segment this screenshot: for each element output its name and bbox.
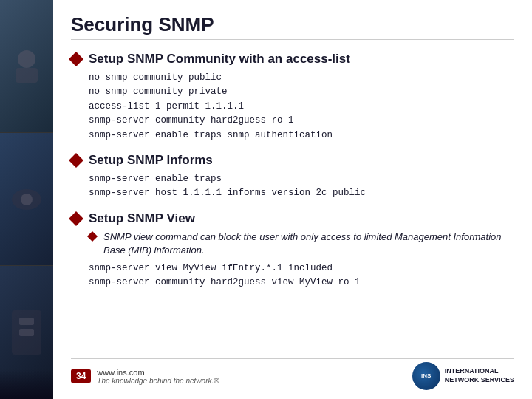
code-line-1: no snmp community public bbox=[89, 71, 514, 85]
section-view-title: Setup SNMP View bbox=[89, 211, 195, 226]
logo-text-block: INTERNATIONAL NETWORK SERVICES bbox=[445, 367, 514, 384]
section-informs-header: Setup SNMP Informs bbox=[71, 153, 514, 168]
svg-rect-6 bbox=[19, 329, 34, 336]
sub-bullet-diamond-1 bbox=[87, 231, 98, 242]
bullet-diamond-3 bbox=[69, 211, 83, 226]
view-code-line-2: snmp-server community hard2guess view My… bbox=[89, 276, 514, 290]
informs-code-line-2: snmp-server host 1.1.1.1 informs version… bbox=[89, 186, 514, 200]
section-view-code: snmp-server view MyView ifEntry.*.1 incl… bbox=[71, 262, 514, 290]
main-content: Securing SNMP Setup SNMP Community with … bbox=[53, 0, 532, 399]
section-community-code: no snmp community public no snmp communi… bbox=[71, 71, 514, 143]
bullet-diamond-2 bbox=[69, 153, 83, 168]
footer-info: www.ins.com The knowledge behind the net… bbox=[97, 368, 219, 385]
logo-text: INS bbox=[421, 373, 431, 380]
svg-point-0 bbox=[18, 50, 35, 68]
section-community-header: Setup SNMP Community with an access-list bbox=[71, 52, 514, 66]
section-community: Setup SNMP Community with an access-list… bbox=[71, 52, 514, 143]
footer-url: www.ins.com bbox=[97, 368, 219, 377]
logo-line-1: INTERNATIONAL bbox=[445, 367, 514, 376]
page-title: Securing SNMP bbox=[71, 13, 514, 40]
svg-rect-1 bbox=[16, 68, 38, 83]
bullet-diamond-1 bbox=[69, 52, 83, 66]
sidebar-overlay bbox=[0, 369, 53, 399]
sidebar bbox=[0, 0, 53, 399]
sub-bullet-section: SNMP view command can block the user wit… bbox=[71, 231, 514, 257]
informs-code-line-1: snmp-server enable traps bbox=[89, 172, 514, 186]
logo-line-2: NETWORK SERVICES bbox=[445, 376, 514, 385]
view-code-line-1: snmp-server view MyView ifEntry.*.1 incl… bbox=[89, 262, 514, 276]
logo-circle: INS bbox=[412, 362, 440, 390]
footer: 34 www.ins.com The knowledge behind the … bbox=[71, 358, 514, 390]
code-line-2: no snmp community private bbox=[89, 85, 514, 99]
code-line-5: snmp-server enable traps snmp authentica… bbox=[89, 129, 514, 143]
sub-bullet-text-1: SNMP view command can block the user wit… bbox=[103, 231, 514, 257]
sidebar-image-2 bbox=[0, 133, 53, 266]
section-community-title: Setup SNMP Community with an access-list bbox=[89, 52, 350, 66]
footer-logo: INS INTERNATIONAL NETWORK SERVICES bbox=[412, 362, 514, 390]
section-view-header: Setup SNMP View bbox=[71, 211, 514, 226]
code-line-3: access-list 1 permit 1.1.1.1 bbox=[89, 100, 514, 114]
footer-left: 34 www.ins.com The knowledge behind the … bbox=[71, 368, 219, 385]
page-number: 34 bbox=[71, 369, 91, 383]
sub-bullet-1: SNMP view command can block the user wit… bbox=[89, 231, 514, 257]
footer-tagline: The knowledge behind the network.® bbox=[97, 377, 219, 385]
code-line-4: snmp-server community hard2guess ro 1 bbox=[89, 114, 514, 128]
sidebar-image-1 bbox=[0, 0, 53, 133]
section-informs-code: snmp-server enable traps snmp-server hos… bbox=[71, 172, 514, 201]
section-view: Setup SNMP View SNMP view command can bl… bbox=[71, 211, 514, 290]
section-informs-title: Setup SNMP Informs bbox=[89, 153, 213, 168]
svg-point-3 bbox=[21, 194, 33, 205]
section-informs: Setup SNMP Informs snmp-server enable tr… bbox=[71, 153, 514, 201]
svg-rect-5 bbox=[19, 318, 34, 325]
